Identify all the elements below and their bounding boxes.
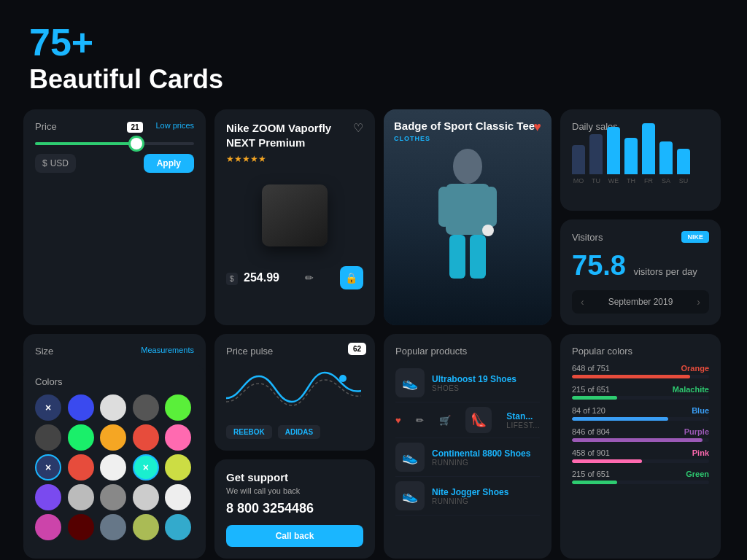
adidas-tag[interactable]: ADIDAS [278, 425, 320, 439]
product-name-2[interactable]: Stan... [506, 411, 540, 421]
pulse-chart [226, 365, 363, 416]
swatch-1[interactable] [68, 394, 94, 421]
bar-col-fr: FR [642, 123, 655, 184]
nike-product-title: Nike ZOOM Vaporfly NEXT Premium [226, 121, 363, 149]
colors-section: Colors [23, 365, 206, 552]
heart-red-icon[interactable]: ♥ [533, 120, 541, 135]
swatch-2[interactable] [100, 394, 126, 421]
sport-tee-card: Badge of Sport Classic Tee CLOTHES ♥ [384, 109, 551, 325]
product-thumb-4: 👟 [395, 481, 425, 510]
support-title: Get support [226, 471, 363, 483]
edit-action[interactable]: ✏ [416, 415, 424, 426]
popular-colors-card: Popular colors 648 of 751 Orange 215 of … [560, 334, 721, 559]
nike-product-card: Nike ZOOM Vaporfly NEXT Premium ♡ ★★★★★ … [214, 109, 375, 325]
swatch-10[interactable] [35, 454, 61, 481]
cb-label-5: 215 of 651 [572, 470, 610, 478]
popular-products-card: Popular products 👟 Ultraboost 19 Shoes S… [384, 334, 551, 559]
product-name-3[interactable]: Continental 8800 Shoes [432, 448, 530, 459]
cb-label-2: 84 of 120 [572, 406, 605, 415]
label-sa: SA [662, 177, 670, 184]
cb-name-3: Purple [684, 427, 709, 436]
popular-products-title: Popular products [395, 346, 540, 357]
swatch-21[interactable] [68, 514, 94, 540]
bar-sa [659, 141, 673, 174]
cart-action[interactable]: 🛒 [439, 415, 451, 426]
swatch-18[interactable] [133, 484, 159, 510]
svg-rect-5 [485, 187, 497, 227]
swatch-17[interactable] [100, 484, 126, 510]
visitors-title: Visitors [572, 232, 603, 243]
colors-title: Colors [35, 376, 194, 387]
color-bar-pink: 458 of 901 Pink [572, 448, 709, 463]
support-card: Get support We will call you back 8 800 … [214, 459, 375, 559]
month-text: September 2019 [608, 297, 673, 307]
product-info-2: Stan... LIFEST... [506, 411, 540, 429]
bar-fr [642, 123, 655, 174]
apply-button[interactable]: Apply [144, 154, 194, 173]
swatch-23[interactable] [133, 514, 159, 540]
product-name-4[interactable]: Nite Jogger Shoes [432, 487, 508, 497]
product-thumb-3: 👟 [395, 443, 425, 472]
swatch-20[interactable] [35, 514, 61, 540]
color-bar-green: 215 of 651 Green [572, 470, 709, 484]
edit-button[interactable]: ✏ [305, 272, 314, 284]
pop-colors-title: Popular colors [572, 346, 709, 357]
bar-col-mo: MO [572, 145, 585, 184]
month-nav: ‹ September 2019 › [572, 290, 709, 314]
slider-thumb[interactable] [131, 138, 142, 149]
swatch-3[interactable] [133, 394, 159, 421]
swatch-22[interactable] [100, 514, 126, 540]
bar-tu [589, 134, 603, 174]
swatch-7[interactable] [100, 424, 126, 451]
swatch-8[interactable] [133, 424, 159, 451]
swatch-0[interactable] [35, 394, 61, 421]
swatch-9[interactable] [165, 424, 191, 451]
svg-rect-3 [470, 235, 486, 279]
swatch-14[interactable] [165, 454, 191, 481]
swatch-4[interactable] [165, 394, 191, 421]
swatch-15[interactable] [35, 484, 61, 510]
product-name-1[interactable]: Ultraboost 19 Shoes [432, 374, 516, 384]
product-info-1: Ultraboost 19 Shoes SHOES [432, 374, 516, 392]
col2-bottom: Price pulse 62 REEBOK ADIDAS Get support… [214, 334, 375, 559]
svg-point-6 [482, 225, 494, 236]
price-pulse-title: Price pulse [226, 346, 363, 357]
label-we: WE [608, 177, 619, 184]
svg-rect-1 [446, 184, 489, 235]
pulse-badge: 62 [348, 343, 366, 355]
product-cat-1: SHOES [432, 384, 516, 392]
swatch-11[interactable] [68, 454, 94, 481]
reebok-tag[interactable]: REEBOK [226, 425, 272, 439]
swatch-5[interactable] [35, 424, 61, 451]
star-rating: ★★★★★ [226, 154, 363, 164]
bar-chart: MO TU WE TH FR [572, 141, 709, 199]
swatch-16[interactable] [68, 484, 94, 510]
visitors-card: Visitors NIKE 75.8 visitors per day ‹ Se… [560, 219, 721, 325]
swatch-19[interactable] [165, 484, 191, 510]
prev-month-arrow[interactable]: ‹ [581, 296, 584, 308]
heart-icon[interactable]: ♡ [353, 121, 363, 135]
svg-rect-4 [438, 187, 450, 227]
cb-label-1: 215 of 651 [572, 385, 610, 394]
swatch-6[interactable] [68, 424, 94, 451]
cb-label-0: 648 of 751 [572, 364, 610, 373]
visitors-stats: 75.8 visitors per day [572, 250, 709, 281]
mac-mini-image [262, 184, 328, 246]
cb-label-3: 846 of 804 [572, 427, 610, 436]
slider-fill [35, 142, 139, 145]
dollar-badge: $ [226, 273, 238, 285]
cb-name-2: Blue [692, 406, 709, 415]
swatch-12[interactable] [100, 454, 126, 481]
cart-button[interactable]: 🔒 [340, 266, 363, 289]
color-grid [35, 394, 194, 540]
swatch-13[interactable] [133, 454, 159, 481]
slider-track[interactable] [35, 142, 194, 145]
swatch-24[interactable] [165, 514, 191, 540]
product-actions-2: ♥ ✏ 🛒 👠 Stan... LIFEST... [395, 407, 540, 433]
next-month-arrow[interactable]: › [697, 296, 700, 308]
brand-tags: REEBOK ADIDAS [226, 425, 363, 439]
call-back-button[interactable]: Call back [226, 525, 363, 547]
measurements-label: Measurements [141, 346, 194, 354]
heart-action[interactable]: ♥ [395, 415, 401, 426]
product-item-2: ♥ ✏ 🛒 👠 Stan... LIFEST... [395, 402, 540, 438]
